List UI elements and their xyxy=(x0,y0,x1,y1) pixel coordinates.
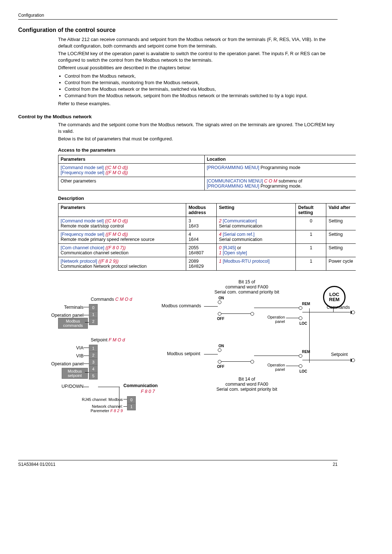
diagram-text: Setpoint xyxy=(331,352,348,357)
param-desc: Remote mode start/stop control xyxy=(61,223,124,229)
setting-desc: Serial communication xyxy=(219,237,262,242)
intro-p3: Different usual possibilities are descri… xyxy=(58,65,338,71)
loc-label: LOC xyxy=(329,292,339,297)
setting-name: [Open style] xyxy=(221,250,247,255)
param-desc: Communication Network protocol selection xyxy=(61,264,147,269)
addr: 4 xyxy=(188,232,191,237)
diagram-chip: 5 xyxy=(89,372,98,379)
param-code: ((F 8 0 7)) xyxy=(106,245,126,250)
diagram-text: Modbus setpoint xyxy=(167,351,200,356)
table-row: [Com channel choice] ((F 8 0 7)) Communi… xyxy=(58,243,356,257)
sec1-block: The commands and the setpoint come from … xyxy=(58,122,338,142)
diagram-text: Modbussetpoint xyxy=(62,368,88,379)
description-table: Parameters Modbus address Setting Defaul… xyxy=(58,203,356,271)
table-row: Other parameters [COMMUNICATION MENU] C … xyxy=(58,177,356,190)
diagram-chip: 0 xyxy=(89,304,98,311)
text: or xyxy=(236,245,241,250)
diagram-text: Serial com. setpoint priority bit xyxy=(216,387,277,392)
intro-li: Control from the Modbus network or the t… xyxy=(65,86,338,92)
table-row: [Network protocol] ((F 8 2 9)) Communica… xyxy=(58,257,356,270)
menu-name: [COMMUNICATION MENU] xyxy=(207,178,264,184)
intro-li: Control from the Modbus network, xyxy=(65,73,338,79)
diagram-code: F M O d xyxy=(109,337,125,342)
diagram-chip: 3 xyxy=(89,358,98,366)
diagram-text: Bit 14 of xyxy=(238,377,255,382)
intro-p2: The LOC/REM key of the operation panel i… xyxy=(58,50,338,63)
diagram-text: Operation xyxy=(268,315,285,319)
addr: 2089 xyxy=(188,259,199,264)
valid-after: Setting xyxy=(326,243,356,257)
param-name: [Frequency mode sel] xyxy=(61,232,104,237)
intro-p4: Refer to these examples. xyxy=(58,100,338,107)
param-code: ((C M O d)) xyxy=(105,165,128,170)
access-th: Parameters xyxy=(58,155,205,163)
diagram-text: LOC xyxy=(299,369,307,373)
intro-li: Command from the Modbus network, setpoin… xyxy=(65,93,338,98)
diagram-text: Operation panel xyxy=(46,313,83,318)
setting-name: [Communication] xyxy=(221,218,257,223)
diagram-text: Communication xyxy=(123,383,158,388)
addr-hex: 16#807 xyxy=(188,250,204,255)
page-header: Configuration xyxy=(18,13,338,20)
diagram-text: UP/DOWN xyxy=(59,384,83,389)
setting-name: [Modbus-RTU protocol] xyxy=(221,259,269,264)
diagram-text: REM xyxy=(302,350,310,354)
diagram-text: panel xyxy=(275,367,285,372)
diagram-chip: 1 xyxy=(89,345,98,352)
page-footer: S1A53844 01/2011 21 xyxy=(18,460,338,467)
diagram-chip: 0 xyxy=(127,396,136,403)
text: Programming mode. xyxy=(259,184,302,189)
desc-th: Modbus address xyxy=(186,203,217,217)
param-desc: Remote mode primary speed reference sour… xyxy=(61,237,154,242)
diagram-code: F 8 2 9 xyxy=(110,409,123,413)
setting-name: [RJ45] xyxy=(221,245,236,250)
diagram-text: panel xyxy=(275,319,285,324)
diagram-text: REM xyxy=(302,302,310,306)
param-name: [Network protocol] xyxy=(61,259,97,264)
diagram-text: Modbus commands xyxy=(162,303,201,308)
header-section: Configuration xyxy=(18,13,44,18)
diagram-chip: 4 xyxy=(89,365,98,373)
diagram-chip: 1 xyxy=(89,311,98,318)
access-th: Location xyxy=(204,155,356,163)
setting-name: [Serial com ref.] xyxy=(221,232,254,237)
text: Programming mode xyxy=(259,165,300,170)
addr-hex: 16#829 xyxy=(188,264,204,269)
diagram-text: Terminals xyxy=(58,305,83,310)
sec1-p1: The commands and the setpoint come from … xyxy=(58,122,338,134)
diagram-chip: 1 xyxy=(127,403,136,410)
diagram-text: ON xyxy=(219,296,224,300)
sec1-p2: Below is the list of parameters that mus… xyxy=(58,136,338,142)
section-heading: Control by the Modbus network xyxy=(18,114,338,119)
default: 1 xyxy=(296,257,326,270)
param-code: ((F 8 2 9)) xyxy=(98,259,118,264)
default: 1 xyxy=(296,230,326,243)
desc-th: Setting xyxy=(217,203,296,217)
default: 0 xyxy=(296,217,326,230)
intro-p1: The Altivar 212 can receive commands and… xyxy=(58,36,338,49)
valid-after: Setting xyxy=(326,217,356,230)
valid-after: Power cycle xyxy=(326,257,356,270)
table-row: [Command mode sel] ((C M O d)) [Frequenc… xyxy=(58,163,356,177)
diagram-text: Serial com. command priority bit xyxy=(215,290,279,295)
menu-name: [PROGRAMMING MENU] xyxy=(207,184,259,189)
param-code: ((F M O d)) xyxy=(106,232,128,237)
diagram-text: LOC xyxy=(299,321,307,325)
table-row: [Command mode sel] ((C M O d)) Remote mo… xyxy=(58,217,356,230)
diagram-text: command word FA00 xyxy=(225,284,268,290)
diagram-text: Network channel: xyxy=(92,404,123,409)
diagram-code: F 8 0 7 xyxy=(141,389,155,394)
param-code: ((C M O d)) xyxy=(105,218,128,223)
desc-th: Default setting xyxy=(296,203,326,217)
param-name: [Com channel choice] xyxy=(61,245,104,250)
param-code: ((F M O d)) xyxy=(106,170,128,175)
diagram-text: Operation panel xyxy=(44,361,83,366)
access-heading: Access to the parameters xyxy=(58,147,338,153)
intro-li: Control from the terminals, monitoring f… xyxy=(65,80,338,85)
diagram-text: Paremeter xyxy=(91,409,110,413)
addr-hex: 16#4 xyxy=(188,237,199,242)
desc-th: Parameters xyxy=(58,203,186,217)
menu-name: [PROGRAMMING MENU] xyxy=(207,165,259,170)
desc-th: Valid after xyxy=(326,203,356,217)
footer-left: S1A53844 01/2011 xyxy=(18,462,56,467)
